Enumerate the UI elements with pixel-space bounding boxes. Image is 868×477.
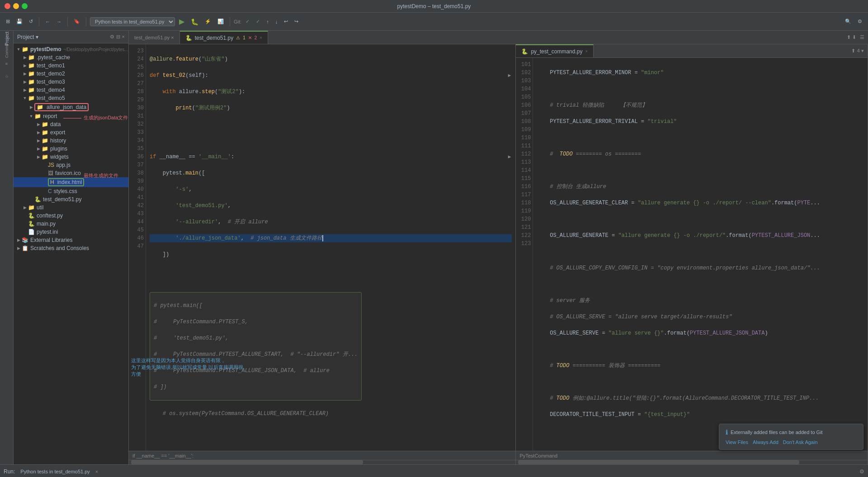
root-path: ~/Desktop/pythonProject/pytes... xyxy=(63,47,128,52)
view-files-link[interactable]: View Files xyxy=(726,439,748,445)
code-line-40: # PyTestCommand.PYTEST_ALLURE_START, # "… xyxy=(154,350,358,359)
save-btn[interactable]: 💾 xyxy=(14,17,25,26)
revert-btn[interactable]: ↺ xyxy=(27,17,35,26)
tree-item-history[interactable]: ▶ 📁 history xyxy=(14,137,128,145)
tree-item-report[interactable]: ▼ 📁 report xyxy=(14,112,128,120)
tree-item-util[interactable]: ▶ 📁 util xyxy=(14,203,128,212)
traffic-lights xyxy=(5,3,28,9)
git-push-btn[interactable]: ↑ xyxy=(264,18,271,26)
close-panel-icon[interactable]: × xyxy=(122,34,125,40)
notification-popup: ℹ Externally added files can be added to… xyxy=(719,424,863,450)
tree-item-external-libs[interactable]: ▶ 📚 External Libraries xyxy=(14,236,128,244)
titlebar: pytestDemo – test_demo51.py xyxy=(0,0,868,13)
git-checkmark2-btn[interactable]: ✓ xyxy=(254,17,262,26)
tree-item-main-py[interactable]: ▶ 🐍 main.py xyxy=(14,220,128,228)
code-line-44 xyxy=(150,426,512,434)
settings-icon[interactable]: ⚙ xyxy=(859,468,864,475)
code-line-37: # pytest.main([ xyxy=(154,302,358,310)
back-btn[interactable]: ← xyxy=(43,18,52,26)
favorites-icon[interactable]: ☆ xyxy=(1,71,13,82)
rcode-119: # TODO ========== 装饰器 ========== xyxy=(537,362,864,370)
rcode-112 xyxy=(537,248,864,256)
code-content-right[interactable]: PYTEST_ALLURE_ERROR_MINOR = "minor" # tr… xyxy=(533,58,868,451)
tree-item-test-demo51[interactable]: ▶ 🐍 test_demo51.py xyxy=(14,195,128,203)
code-line-36 xyxy=(150,267,512,275)
allure-json-data-box: 📁 allure_json_data xyxy=(34,103,89,111)
tab-py-test-command[interactable]: 🐍 py_test_command.py × xyxy=(516,44,594,57)
project-icon[interactable]: Project xyxy=(1,33,13,44)
hscroll-right[interactable] xyxy=(516,460,868,464)
rcode-114 xyxy=(537,280,864,288)
tree-item-test-demo2[interactable]: ▶ 📁 test_demo2 xyxy=(14,70,128,78)
rcode-102 xyxy=(537,85,864,93)
project-header-title: Project ▾ xyxy=(17,34,38,40)
code-line-28 xyxy=(150,137,512,145)
git-fetch-btn[interactable]: ↓ xyxy=(273,18,280,26)
code-line-27 xyxy=(150,120,512,128)
editor-bottom-bar-left: if __name__ == '__main__': xyxy=(129,451,515,460)
code-line-23: @allure.feature("山东省") xyxy=(150,55,512,63)
tree-item-test-demo4[interactable]: ▶ 📁 test_demo4 xyxy=(14,86,128,94)
tab-test-demo51[interactable]: 🐍 test_demo51.py ⚠ 1 ✕ 2 × xyxy=(180,31,268,44)
git-undo-btn[interactable]: ↩ xyxy=(282,17,290,26)
project-tree: ▼ 📁 pytestDemo ~/Desktop/pythonProject/p… xyxy=(14,43,128,464)
git-label: Git: xyxy=(234,19,241,24)
tab-project[interactable]: test_demo51.py × xyxy=(129,31,180,44)
settings-gear-icon[interactable]: ⚙ xyxy=(110,34,114,40)
tree-item-pytest-cache[interactable]: ▶ 📁 .pytest_cache xyxy=(14,53,128,61)
tree-item-test-demo3[interactable]: ▶ 📁 test_demo3 xyxy=(14,78,128,86)
tree-item-favicon[interactable]: ▶ 🖼 favicon.ico xyxy=(14,169,128,177)
profile-btn[interactable]: 📊 xyxy=(215,17,226,26)
code-line-34: './allure_json_data', # json_data 生成文件路径 xyxy=(150,234,512,242)
project-view-btn[interactable]: ⊞ xyxy=(4,17,12,26)
tree-item-allure-json-data[interactable]: ▶ 📁 allure_json_data xyxy=(14,102,128,112)
minimize-button[interactable] xyxy=(13,3,19,9)
tree-item-export[interactable]: ▶ 📁 export xyxy=(14,128,128,137)
tree-root[interactable]: ▼ 📁 pytestDemo ~/Desktop/pythonProject/p… xyxy=(14,45,128,53)
code-line-31: '-s', xyxy=(150,185,512,194)
notif-actions: View Files Always Add Don't Ask Again xyxy=(726,439,857,445)
tree-item-widgets[interactable]: ▶ 📁 widgets xyxy=(14,153,128,161)
always-add-link[interactable]: Always Add xyxy=(753,439,778,445)
run-config-name: Python tests in test_demo51.py xyxy=(20,469,90,474)
tab-close-left[interactable]: × xyxy=(259,35,262,40)
debug-button[interactable]: 🐛 xyxy=(189,17,201,27)
git-redo-btn[interactable]: ↪ xyxy=(292,17,301,26)
collapse-all-icon[interactable]: ⊟ xyxy=(116,34,120,40)
coverage-btn[interactable]: ⚡ xyxy=(203,17,213,26)
maximize-button[interactable] xyxy=(22,3,28,9)
info-icon: ℹ xyxy=(726,429,728,436)
tree-item-index-html[interactable]: ▶ H index.html xyxy=(14,177,128,187)
tree-item-scratches[interactable]: ▶ 📋 Scratches and Consoles xyxy=(14,244,128,252)
tree-item-app-js[interactable]: ▶ JS app.js xyxy=(14,161,128,169)
tree-item-conftest[interactable]: ▶ 🐍 conftest.py xyxy=(14,212,128,220)
tree-item-pytest-ini[interactable]: ▶ 📄 pytest.ini xyxy=(14,228,128,236)
bookmark-btn[interactable]: 🔖 xyxy=(71,17,82,26)
dont-ask-link[interactable]: Don't Ask Again xyxy=(783,439,818,445)
run-config-dropdown[interactable]: Python tests in test_demo51.py xyxy=(90,17,175,26)
tree-item-plugins[interactable]: ▶ 📁 plugins xyxy=(14,145,128,153)
structure-icon[interactable]: ≡ xyxy=(1,58,13,70)
tree-item-data[interactable]: ▶ 📁 data xyxy=(14,120,128,128)
code-content-left[interactable]: @allure.feature("山东省") def test_02(self)… xyxy=(146,44,515,451)
tree-item-test-demo1[interactable]: ▶ 📁 test_demo1 xyxy=(14,61,128,70)
tree-item-test-demo5[interactable]: ▼ 📁 test_demo5 xyxy=(14,94,128,102)
git-checkmark-btn[interactable]: ✓ xyxy=(243,17,252,26)
bottom-tabs: Run: Python tests in test_demo51.py × ⚙ xyxy=(0,465,868,477)
run-button[interactable]: ▶ xyxy=(177,16,187,27)
tab-close-right[interactable]: × xyxy=(585,49,588,54)
tree-item-styles-css[interactable]: ▶ C styles.css xyxy=(14,187,128,195)
root-label: pytestDemo xyxy=(30,46,61,52)
close-run-tab[interactable]: × xyxy=(95,469,98,474)
settings-btn[interactable]: ⚙ xyxy=(855,17,864,26)
commit-icon[interactable]: Commit xyxy=(1,45,13,57)
editor-header-right: ⬆ ⬇ ☰ xyxy=(843,31,868,44)
forward-btn[interactable]: → xyxy=(54,18,64,26)
search-everywhere-btn[interactable]: 🔍 xyxy=(843,17,854,26)
hscroll-left[interactable] xyxy=(129,460,515,464)
rcode-120 xyxy=(537,378,864,386)
rcode-101: PYTEST_ALLURE_ERROR_MINOR = "minor" xyxy=(537,69,864,77)
index-html-box: H index.html xyxy=(48,178,84,186)
rcode-122: DECORATOR_TITLE_TEST_INPUT = "{test_inpu… xyxy=(537,411,864,419)
close-button[interactable] xyxy=(5,3,10,9)
